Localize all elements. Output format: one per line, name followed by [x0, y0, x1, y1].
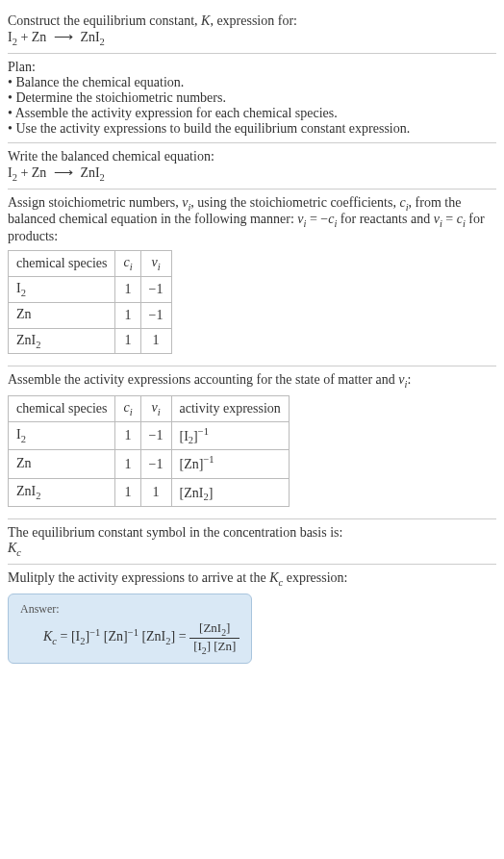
eq-rhs: ZnI	[77, 30, 100, 44]
sp: Zn	[16, 307, 32, 321]
symbol-section: The equilibrium constant symbol in the c…	[8, 519, 496, 564]
K-symbol: K	[201, 13, 210, 28]
table-row: ZnI2 1 1	[9, 328, 172, 354]
table-row: Zn 1 −1	[9, 302, 172, 328]
text: :	[407, 372, 411, 387]
eq-plus: + Zn	[17, 30, 50, 44]
cell-c: 1	[115, 328, 140, 354]
cell-nu: −1	[140, 276, 171, 302]
a: [I	[180, 429, 189, 443]
balanced-section: Write the balanced chemical equation: I2…	[8, 143, 496, 189]
cell-activity: [ZnI2]	[171, 478, 289, 506]
sp-sub: 2	[36, 339, 40, 349]
t: [Zn	[100, 629, 123, 644]
cell-species: I2	[9, 421, 115, 449]
answer-formula: Kc = [I2]−1 [Zn]−1 [ZnI2] = [ZnI2][I2] […	[20, 620, 239, 655]
cell-species: Zn	[9, 450, 115, 478]
t-sup: −1	[128, 627, 139, 638]
cell-nu: −1	[140, 421, 171, 449]
c-sub: i	[130, 262, 133, 272]
eq-rhs: ZnI	[77, 165, 100, 180]
K-sub: c	[16, 547, 21, 558]
activity-table: chemical species ci νi activity expressi…	[8, 395, 290, 507]
text: expression:	[283, 570, 347, 585]
table-row: I2 1 −1 [I2]−1	[9, 421, 290, 449]
cell-activity: [I2]−1	[171, 421, 289, 449]
text: Assign stoichiometric numbers,	[8, 195, 182, 210]
plan-item: • Determine the stoichiometric numbers.	[8, 90, 496, 106]
stoich-intro: Assign stoichiometric numbers, νi, using…	[8, 195, 496, 245]
text: for reactants and	[337, 212, 433, 226]
col-species: chemical species	[9, 396, 115, 422]
sp-sub: 2	[21, 288, 26, 298]
c-sub: i	[130, 407, 133, 417]
activity-section: Assemble the activity expressions accoun…	[8, 366, 496, 518]
cell-c: 1	[115, 450, 140, 478]
n: [ZnI	[199, 620, 221, 635]
sp: ZnI	[16, 484, 36, 498]
eq: =	[442, 212, 457, 226]
sp: ZnI	[16, 333, 36, 347]
col-c: ci	[115, 251, 140, 277]
sp: Zn	[16, 456, 32, 470]
cell-species: ZnI2	[9, 328, 115, 354]
text: Mulitply the activity expressions to arr…	[8, 570, 269, 585]
t-sup: −1	[89, 627, 100, 638]
n: ]	[226, 620, 230, 635]
cell-c: 1	[115, 302, 140, 328]
eq: =	[57, 629, 71, 644]
fraction: [ZnI2][I2] [Zn]	[189, 620, 239, 655]
a-sup: −1	[198, 426, 209, 437]
activity-intro: Assemble the activity expressions accoun…	[8, 372, 496, 390]
balanced-title: Write the balanced chemical equation:	[8, 149, 496, 164]
col-nu: νi	[140, 251, 171, 277]
cell-species: ZnI2	[9, 478, 115, 506]
a: [Zn	[180, 457, 199, 471]
cell-nu: 1	[140, 478, 171, 506]
cell-c: 1	[115, 421, 140, 449]
K: K	[269, 570, 278, 585]
a: ]	[209, 486, 214, 500]
a-sup: −1	[203, 454, 214, 465]
sp-sub: 2	[21, 434, 26, 444]
arrow-icon: ⟶	[50, 30, 77, 44]
cell-nu: 1	[140, 328, 171, 354]
t: [ZnI	[139, 629, 165, 644]
nu-sub: i	[158, 407, 161, 417]
header-equation: I2 + Zn ⟶ ZnI2	[8, 29, 496, 47]
cell-species: I2	[9, 276, 115, 302]
answer-box: Answer: Kc = [I2]−1 [Zn]−1 [ZnI2] = [ZnI…	[8, 594, 252, 664]
eq-plus: + Zn	[17, 165, 50, 180]
nu-sub: i	[158, 262, 161, 272]
arrow-icon: ⟶	[50, 165, 77, 180]
col-species: chemical species	[9, 251, 115, 277]
plan-section: Plan: • Balance the chemical equation. •…	[8, 54, 496, 142]
construct-text-post: , expression for:	[210, 13, 297, 28]
stoich-table: chemical species ci νi I2 1 −1 Zn 1 −1 Z…	[8, 250, 172, 354]
symbol-intro: The equilibrium constant symbol in the c…	[8, 525, 496, 541]
plan-item: • Assemble the activity expression for e…	[8, 106, 496, 121]
sp-sub: 2	[36, 491, 40, 501]
construct-text-pre: Construct the equilibrium constant,	[8, 13, 201, 28]
answer-label: Answer:	[20, 602, 239, 617]
col-c: ci	[115, 396, 140, 422]
table-header-row: chemical species ci νi activity expressi…	[9, 396, 290, 422]
multiply-section: Mulitply the activity expressions to arr…	[8, 565, 496, 675]
plan-item: • Balance the chemical equation.	[8, 75, 496, 90]
balanced-equation: I2 + Zn ⟶ ZnI2	[8, 164, 496, 183]
table-row: I2 1 −1	[9, 276, 172, 302]
stoich-section: Assign stoichiometric numbers, νi, using…	[8, 189, 496, 366]
plan-title: Plan:	[8, 60, 496, 75]
multiply-intro: Mulitply the activity expressions to arr…	[8, 570, 496, 588]
eq-rhs-sub: 2	[100, 37, 105, 47]
d: ]	[232, 639, 236, 653]
cell-species: Zn	[9, 302, 115, 328]
table-row: ZnI2 1 1 [ZnI2]	[9, 478, 290, 506]
d: [Zn	[211, 639, 232, 653]
cell-nu: −1	[140, 450, 171, 478]
cell-c: 1	[115, 276, 140, 302]
eq-rhs-sub: 2	[100, 172, 105, 183]
symbol-kc: Kc	[8, 541, 496, 558]
a: [ZnI	[180, 486, 204, 500]
col-activity: activity expression	[171, 396, 289, 422]
